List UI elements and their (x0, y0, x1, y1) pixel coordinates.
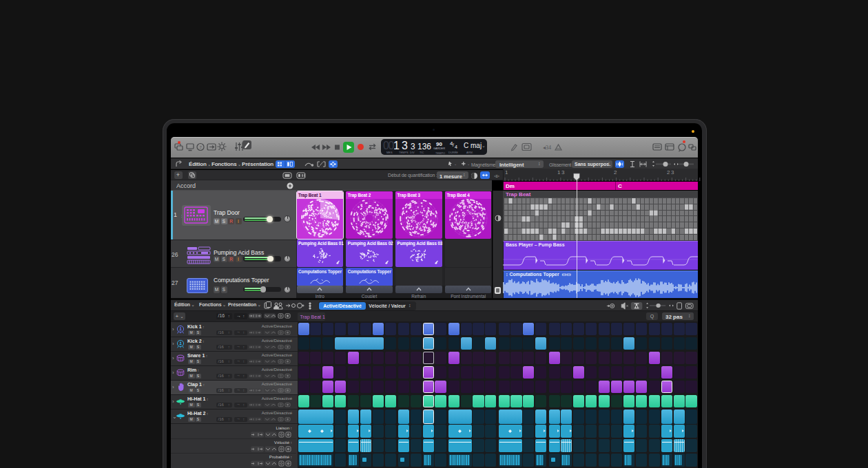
svg-text:◂34: ◂34 (543, 145, 551, 151)
svg-text:?: ? (199, 145, 201, 150)
svg-text:⌄: ⌄ (467, 162, 470, 166)
svg-text:⌄: ⌄ (454, 162, 457, 166)
